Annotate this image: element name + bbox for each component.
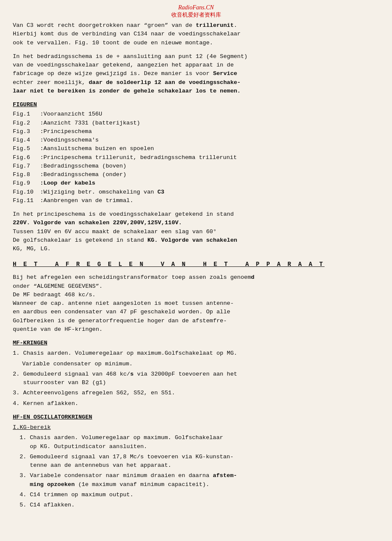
site-header: RadioFans.CN 收音机爱好者资料库 <box>13 4 379 19</box>
afregelen-paragraph: Bij het afregelen een scheidingstransfor… <box>13 273 379 334</box>
afregelen-heading: H E T A F R E G E L E N V A N H E T A P … <box>13 260 379 269</box>
hf-item-4: 4. C14 trimmen op maximum output. <box>20 491 379 499</box>
mf-kringen-section: MF-KRINGEN 1. Chasis aarden. Volumeregel… <box>13 339 379 408</box>
fig6-label: Fig.6 <box>13 153 38 162</box>
fig8-desc: :Bedradingsschema (onder) <box>40 171 379 179</box>
mf-item-1: 1. Chasis aarden. Volumeregelaar op maxi… <box>13 349 379 358</box>
figure-item: Fig.10 :Wijziging betr. omschakeling van… <box>13 188 379 197</box>
main-content: Van C3 wordt recht doorgetrokken naar “g… <box>13 21 379 509</box>
hf-oscillator-list: 1. Chasis aarden. Volumeregelaar op maxi… <box>20 434 379 509</box>
fig9-label: Fig.9 <box>13 179 38 188</box>
hf-oscillator-heading: HF-EN OSCILLATORKRINGEN <box>13 413 379 422</box>
figure-item: Fig.8 :Bedradingsschema (onder) <box>13 171 379 179</box>
figure-item: Fig.3 :Principeschema <box>13 127 379 136</box>
fig7-label: Fig.7 <box>13 162 38 171</box>
site-name: RadioFans.CN <box>13 4 379 11</box>
hf-item-1: 1. Chasis aarden. Volumeregelaar op maxi… <box>20 434 379 451</box>
figure-item: Fig.9 :Loop der kabels <box>13 179 379 188</box>
fig4-label: Fig.4 <box>13 136 38 145</box>
figuren-heading: FIGUREN <box>13 101 379 109</box>
fig8-label: Fig.8 <box>13 171 38 179</box>
hf-oscillator-section: HF-EN OSCILLATORKRINGEN I.KG-bereik 1. C… <box>13 413 379 510</box>
fig5-desc: :Aansluitschema buizen en spoelen <box>40 145 379 153</box>
figure-list: Fig.1 :Vooraanzicht 156U Fig.2 :Aanzicht… <box>13 110 379 205</box>
fig9-desc: :Loop der kabels <box>40 179 379 188</box>
figure-item: Fig.2 :Aanzicht 7331 (batterijkast) <box>13 119 379 127</box>
fig2-desc: :Aanzicht 7331 (batterijkast) <box>40 119 379 127</box>
fig2-label: Fig.2 <box>13 119 38 127</box>
fig7-desc: :Bedradingsschema (boven) <box>40 162 379 171</box>
figure-item: Fig.4 :Voedingsschema's <box>13 136 379 145</box>
hf-subheading: I.KG-bereik <box>13 423 379 432</box>
figure-item: Fig.7 :Bedradingsschema (boven) <box>13 162 379 171</box>
fig6-desc: :Principeschema trillerunit, bedradingss… <box>40 153 379 162</box>
fig5-label: Fig.5 <box>13 145 38 153</box>
mf-item-4: 4. Kernen aflakken. <box>13 399 379 408</box>
mf-kringen-list: 1. Chasis aarden. Volumeregelaar op maxi… <box>13 349 379 408</box>
figure-item: Fig.5 :Aansluitschema buizen en spoelen <box>13 145 379 153</box>
intro-paragraph-2: In het bedradingsschema is de + aansluit… <box>13 52 379 95</box>
fig11-label: Fig.11 <box>13 197 38 205</box>
fig1-label: Fig.1 <box>13 110 38 119</box>
figuren-section: FIGUREN Fig.1 :Vooraanzicht 156U Fig.2 :… <box>13 101 379 205</box>
fig10-label: Fig.10 <box>13 188 38 197</box>
page: RadioFans.CN 收音机爱好者资料库 Van C3 wordt rech… <box>0 0 392 541</box>
hf-item-3: 3. Variabele condensator naar minimum dr… <box>20 472 379 489</box>
fig3-label: Fig.3 <box>13 127 38 136</box>
intro-paragraph-1: Van C3 wordt recht doorgetrokken naar “g… <box>13 21 379 47</box>
mf-item-1-indent: Variable condensater op minimum. <box>22 360 379 368</box>
mf-item-2: 2. Gemoduleerd signaal van 468 kc/s via … <box>13 370 379 388</box>
hf-item-2: 2. Gemoduleerd signaal van 17,8 Mc/s toe… <box>20 453 379 470</box>
hf-item-5: 5. C14 aflakken. <box>20 501 379 509</box>
fig3-desc: :Principeschema <box>40 127 379 136</box>
fig11-desc: :Aanbrengen van de trimmal. <box>40 197 379 205</box>
fig1-desc: :Vooraanzicht 156U <box>40 110 379 119</box>
site-subtitle: 收音机爱好者资料库 <box>13 11 379 19</box>
fig4-desc: :Voedingsschema's <box>40 136 379 145</box>
figure-item: Fig.11 :Aanbrengen van de trimmal. <box>13 197 379 205</box>
figure-item: Fig.1 :Vooraanzicht 156U <box>13 110 379 119</box>
fig10-desc: :Wijziging betr. omschakeling van C3 <box>40 188 379 197</box>
mf-item-3: 3. Achtereenvolgens afregelen S62, S52, … <box>13 389 379 397</box>
principe-paragraph: In het principeschema is de voedingsscha… <box>13 210 379 253</box>
mf-kringen-heading: MF-KRINGEN <box>13 339 379 347</box>
figure-item: Fig.6 :Principeschema trillerunit, bedra… <box>13 153 379 162</box>
